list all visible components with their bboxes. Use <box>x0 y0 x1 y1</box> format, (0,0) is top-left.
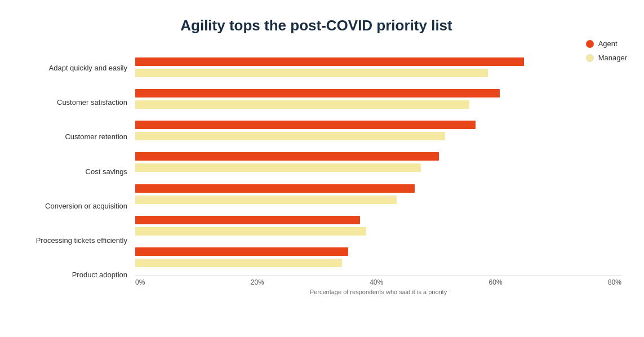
label-group: Customer satisfaction <box>11 86 135 120</box>
manager-bar-row <box>135 227 621 236</box>
manager-bar <box>135 69 488 77</box>
row-label: Customer retention <box>65 132 127 142</box>
agent-bar-row <box>135 152 621 161</box>
agent-bar <box>135 216 360 224</box>
row-label: Cost savings <box>86 167 127 177</box>
bar-pair <box>135 184 621 204</box>
x-tick: 20% <box>251 278 264 286</box>
label-group: Processing tickets efficiently <box>11 224 135 258</box>
manager-bar <box>135 227 366 236</box>
row-label: Adapt quickly and easily <box>49 64 127 73</box>
x-tick: 0% <box>135 278 145 286</box>
row-label: Customer satisfaction <box>57 98 127 108</box>
manager-bar-row <box>135 259 621 268</box>
x-axis-label: Percentage of respondents who said it is… <box>135 289 621 295</box>
row-group <box>135 242 621 273</box>
label-group: Product adoption <box>11 258 135 292</box>
labels-column: Adapt quickly and easilyCustomer satisfa… <box>11 51 135 292</box>
label-group: Customer retention <box>11 120 135 154</box>
manager-bar-row <box>135 100 621 109</box>
manager-bar <box>135 196 397 204</box>
bar-pair <box>135 152 621 172</box>
legend-agent: Agent <box>586 39 627 48</box>
row-group <box>135 83 621 114</box>
manager-bar <box>135 259 342 267</box>
bar-pair <box>135 247 621 268</box>
manager-bar <box>135 100 469 109</box>
bars-section: 0%20%40%60%80% Percentage of respondents… <box>135 51 621 292</box>
bars-column <box>135 51 621 273</box>
bar-pair <box>135 121 621 141</box>
manager-bar <box>135 132 445 140</box>
agent-bar-row <box>135 184 621 193</box>
x-axis: 0%20%40%60%80% Percentage of respondents… <box>135 276 621 292</box>
agent-bar <box>135 121 476 129</box>
agent-bar <box>135 184 415 193</box>
row-group <box>135 210 621 241</box>
bar-pair <box>135 57 621 77</box>
x-ticks: 0%20%40%60%80% <box>135 276 621 286</box>
agent-bar-row <box>135 57 621 66</box>
row-group <box>135 178 621 210</box>
manager-bar <box>135 163 421 172</box>
row-label: Product adoption <box>72 271 127 280</box>
label-group: Cost savings <box>11 154 135 189</box>
row-group <box>135 147 621 178</box>
agent-bar-row <box>135 247 621 256</box>
label-group: Conversion or acquisition <box>11 189 135 224</box>
agent-bar-row <box>135 121 621 130</box>
agent-dot <box>586 40 594 48</box>
label-group: Adapt quickly and easily <box>11 51 135 86</box>
agent-bar <box>135 57 524 66</box>
agent-bar <box>135 152 439 161</box>
manager-bar-row <box>135 163 621 172</box>
row-group <box>135 115 621 147</box>
agent-label: Agent <box>598 39 618 48</box>
manager-bar-row <box>135 195 621 204</box>
bar-pair <box>135 88 621 109</box>
agent-bar-row <box>135 216 621 225</box>
manager-bar-row <box>135 132 621 141</box>
agent-bar <box>135 89 500 97</box>
x-tick: 40% <box>370 278 383 286</box>
chart-container: Agility tops the post-COVID priority lis… <box>0 0 644 337</box>
row-label: Conversion or acquisition <box>45 202 127 211</box>
x-tick: 60% <box>489 278 503 286</box>
manager-bar-row <box>135 68 621 77</box>
row-label: Processing tickets efficiently <box>36 236 127 246</box>
x-tick: 80% <box>608 278 621 286</box>
agent-bar <box>135 247 348 256</box>
row-group <box>135 51 621 83</box>
chart-title: Agility tops the post-COVID priority lis… <box>11 17 621 34</box>
bar-pair <box>135 216 621 236</box>
agent-bar-row <box>135 88 621 97</box>
chart-body: Adapt quickly and easilyCustomer satisfa… <box>11 51 621 292</box>
